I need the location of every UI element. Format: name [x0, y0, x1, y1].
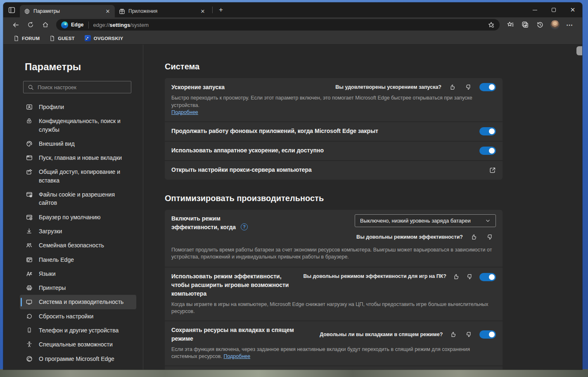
feedback-question: Вы довольны режимом эффективности для иг…: [303, 273, 446, 279]
bookmark-forum[interactable]: FORUM: [10, 34, 43, 43]
sidebar-item-label: Сбросить настройки: [39, 312, 93, 320]
search-input[interactable]: [38, 84, 127, 90]
sidebar-item-share-copy-paste[interactable]: Общий доступ, копирование и вставка: [20, 165, 136, 187]
home-button[interactable]: [39, 19, 52, 31]
sidebar-item-label: Языки: [39, 270, 56, 278]
setting-title: Включить режим эффективности, когда: [171, 214, 239, 232]
bookmark-ovgorskiy[interactable]: OVGORSKIY: [81, 34, 127, 43]
tab-close-icon[interactable]: ✕: [104, 7, 111, 15]
settings-search[interactable]: [23, 81, 131, 93]
history-icon: [536, 21, 544, 28]
toggle-background-apps[interactable]: [479, 127, 496, 135]
browser-toolbar: Edge edge://settings/system ⋯: [3, 17, 582, 32]
tab-settings[interactable]: Параметры ✕: [20, 5, 115, 17]
refresh-button[interactable]: [24, 19, 37, 31]
edge-logo-outline-icon: [26, 356, 33, 362]
sidebar-item-family-safety[interactable]: Семейная безопасность: [20, 238, 136, 252]
sidebar-item-cookies-permissions[interactable]: Файлы cookie и разрешения сайтов: [20, 187, 136, 210]
minimize-button[interactable]: [525, 2, 544, 17]
section-heading-system: Система: [165, 62, 582, 71]
scrollbar-thumb[interactable]: [576, 46, 582, 55]
printer-icon: [26, 285, 33, 291]
thumbs-down-icon[interactable]: [485, 232, 494, 242]
bookmark-label: OVGORSKIY: [94, 36, 123, 41]
setting-description: Если эта функция включена, через заданно…: [171, 346, 493, 360]
close-window-button[interactable]: ✕: [563, 2, 582, 17]
sidebar-item-phone-devices[interactable]: Телефон и другие устройства: [20, 323, 136, 337]
learn-more-link[interactable]: Подробнее: [223, 353, 250, 359]
settings-page: Параметры Профили Конфиденциальность, по…: [3, 45, 582, 370]
page-icon: [14, 36, 19, 41]
reset-icon: [26, 313, 33, 320]
tab-apps[interactable]: Приложения ✕: [115, 5, 210, 17]
maximize-button[interactable]: [544, 2, 563, 17]
sidebar-item-printers[interactable]: Принтеры: [20, 281, 136, 295]
collections-button[interactable]: [519, 19, 532, 31]
setting-row-sleeping-tabs: Сохранять ресурсы на вкладках в спящем р…: [165, 321, 503, 365]
url-scheme: edge://: [93, 22, 110, 28]
page-icon: [50, 36, 55, 41]
sidebar-item-privacy[interactable]: Конфиденциальность, поиск и службы: [20, 114, 136, 137]
languages-icon: [26, 270, 33, 277]
back-button[interactable]: [9, 19, 22, 31]
sidebar-item-about-edge[interactable]: О программе Microsoft Edge: [20, 352, 136, 366]
sidebar-item-accessibility[interactable]: Специальные возможности: [20, 337, 136, 351]
address-bar[interactable]: Edge edge://settings/system: [56, 19, 500, 31]
efficiency-mode-dropdown[interactable]: Выключено, низкий уровень заряда батареи: [355, 214, 496, 227]
sidebar-item-profiles[interactable]: Профили: [20, 100, 136, 114]
toggle-startup-boost[interactable]: [479, 83, 496, 91]
thumbs-up-icon[interactable]: [453, 272, 460, 281]
setting-title: Использовать аппаратное ускорение, если …: [171, 146, 324, 155]
thumbs-down-icon[interactable]: [465, 330, 473, 339]
bookmark-guest[interactable]: GUEST: [46, 34, 78, 43]
close-icon: ✕: [570, 6, 576, 14]
palette-icon: [26, 140, 33, 147]
more-menu-button[interactable]: ⋯: [563, 19, 576, 31]
url-text[interactable]: edge://settings/system: [93, 22, 149, 28]
learn-more-link[interactable]: Подробнее: [171, 109, 198, 115]
add-favorite-button[interactable]: [488, 21, 495, 28]
sidebar-item-languages[interactable]: Языки: [20, 267, 136, 281]
setting-description: Когда вы играете в игры на компьютере, M…: [171, 301, 493, 315]
thumbs-down-icon[interactable]: [466, 272, 473, 281]
add-favorite-star-icon: [488, 21, 495, 28]
settings-main: Система Ускорение запуска Вы удовлетворе…: [143, 45, 582, 370]
thumbs-up-icon[interactable]: [449, 330, 458, 339]
sidebar-item-reset-settings[interactable]: Сбросить настройки: [20, 309, 136, 323]
bookmark-label: GUEST: [58, 36, 75, 41]
sidebar-item-edge-bar[interactable]: Панель Edge: [20, 253, 136, 267]
page-scrollbar[interactable]: [576, 45, 581, 369]
sidebar-item-downloads[interactable]: Загрузки: [20, 224, 136, 238]
lock-icon: [26, 118, 33, 124]
share-icon: [26, 168, 33, 175]
url-host: settings: [109, 22, 130, 28]
thumbs-down-icon[interactable]: [464, 83, 473, 92]
download-icon: [26, 228, 33, 234]
tab-close-icon[interactable]: ✕: [199, 7, 206, 15]
thumbs-up-icon[interactable]: [448, 83, 457, 92]
toggle-hardware-acceleration[interactable]: [479, 147, 496, 155]
edge-bar-icon: [26, 256, 33, 263]
setting-row-proxy[interactable]: Открыть настройки прокси-сервера компьют…: [165, 161, 503, 180]
sidebar-item-start-home-tabs[interactable]: Пуск, главная и новые вкладки: [20, 151, 136, 165]
site-favicon: [85, 35, 91, 41]
tab-separator: [212, 7, 213, 13]
toggle-efficiency-gaming[interactable]: [479, 273, 496, 281]
page-title: Параметры: [25, 61, 136, 73]
favorites-button[interactable]: [504, 19, 517, 31]
profile-avatar[interactable]: [548, 19, 562, 31]
site-badge[interactable]: Edge: [61, 21, 89, 28]
sidebar-item-default-browser[interactable]: Браузер по умолчанию: [20, 210, 136, 224]
setting-row-hardware-acceleration: Использовать аппаратное ускорение, если …: [165, 142, 503, 160]
vertical-tabs-button[interactable]: [3, 3, 20, 17]
sidebar-item-system-performance[interactable]: Система и производительность: [20, 295, 136, 309]
sidebar-item-appearance[interactable]: Внешний вид: [20, 137, 136, 151]
toggle-sleeping-tabs[interactable]: [479, 330, 496, 339]
new-tab-button[interactable]: +: [215, 5, 227, 15]
help-icon[interactable]: ?: [241, 223, 248, 230]
setting-title: Использовать режим эффективности, чтобы …: [171, 272, 290, 298]
sidebar-item-label: Внешний вид: [39, 140, 75, 148]
sidebar-item-label: Профили: [39, 103, 64, 111]
history-button[interactable]: [533, 19, 547, 31]
thumbs-up-icon[interactable]: [469, 232, 479, 242]
